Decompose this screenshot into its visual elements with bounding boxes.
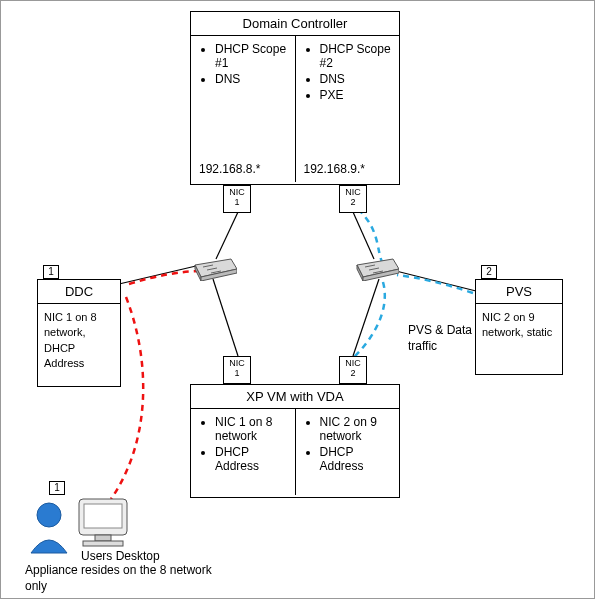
monitor-icon (79, 499, 127, 546)
list-item: DHCP Address (215, 445, 289, 473)
svg-rect-20 (95, 535, 111, 541)
dc-nic2-port: NIC2 (339, 185, 367, 213)
svg-line-0 (216, 212, 238, 259)
list-item: DHCP Address (320, 445, 394, 473)
domain-controller-title: Domain Controller (191, 12, 399, 36)
dc-col2-ip: 192.168.9.* (304, 162, 365, 176)
ddc-title: DDC (38, 280, 120, 304)
svg-line-5 (353, 279, 379, 356)
svg-line-1 (353, 212, 374, 259)
list-item: NIC 1 on 8 network (215, 415, 289, 443)
xp-vm-box: XP VM with VDA NIC 1 on 8 network DHCP A… (190, 384, 400, 498)
dc-col2: DHCP Scope #2 DNS PXE 192.168.9.* (295, 36, 400, 182)
diagram-canvas: Domain Controller DHCP Scope #1 DNS 192.… (0, 0, 595, 599)
svg-point-22 (37, 503, 61, 527)
network-switch-icon (191, 257, 237, 281)
dc-col2-list: DHCP Scope #2 DNS PXE (302, 42, 394, 102)
xp-col1: NIC 1 on 8 network DHCP Address (191, 409, 295, 495)
pvs-title: PVS (476, 280, 562, 304)
dc-nic1-port: NIC1 (223, 185, 251, 213)
pvs-number-tab: 2 (481, 265, 497, 279)
xp-nic2-port: NIC2 (339, 356, 367, 384)
pvs-traffic-label: PVS & Data traffic (408, 323, 478, 354)
list-item: DNS (320, 72, 394, 86)
ddc-body: NIC 1 on 8 network, DHCP Address (38, 304, 120, 378)
dc-col1-ip: 192.168.8.* (199, 162, 260, 176)
network-switch-icon (353, 257, 399, 281)
svg-line-2 (119, 266, 196, 284)
list-item: DHCP Scope #1 (215, 42, 289, 70)
list-item: NIC 2 on 9 network (320, 415, 394, 443)
network-switch-right (353, 257, 399, 281)
list-item: PXE (320, 88, 394, 102)
pvs-body: NIC 2 on 9 network, static (476, 304, 562, 347)
pvs-box: PVS NIC 2 on 9 network, static (475, 279, 563, 375)
svg-rect-21 (83, 541, 123, 546)
appliance-note: Appliance resides on the 8 network only (25, 563, 215, 594)
svg-line-3 (396, 271, 476, 291)
ddc-box: DDC NIC 1 on 8 network, DHCP Address (37, 279, 121, 387)
user-icon (31, 503, 67, 553)
domain-controller-box: Domain Controller DHCP Scope #1 DNS 192.… (190, 11, 400, 185)
list-item: DHCP Scope #2 (320, 42, 394, 70)
svg-rect-19 (84, 504, 122, 528)
dc-col1: DHCP Scope #1 DNS 192.168.8.* (191, 36, 295, 182)
dc-col1-list: DHCP Scope #1 DNS (197, 42, 289, 86)
list-item: DNS (215, 72, 289, 86)
network-switch-left (191, 257, 237, 281)
svg-line-4 (213, 279, 238, 356)
xp-col2: NIC 2 on 9 network DHCP Address (295, 409, 400, 495)
xp-vm-title: XP VM with VDA (191, 385, 399, 409)
xp-nic1-port: NIC1 (223, 356, 251, 384)
ddc-number-tab: 1 (43, 265, 59, 279)
